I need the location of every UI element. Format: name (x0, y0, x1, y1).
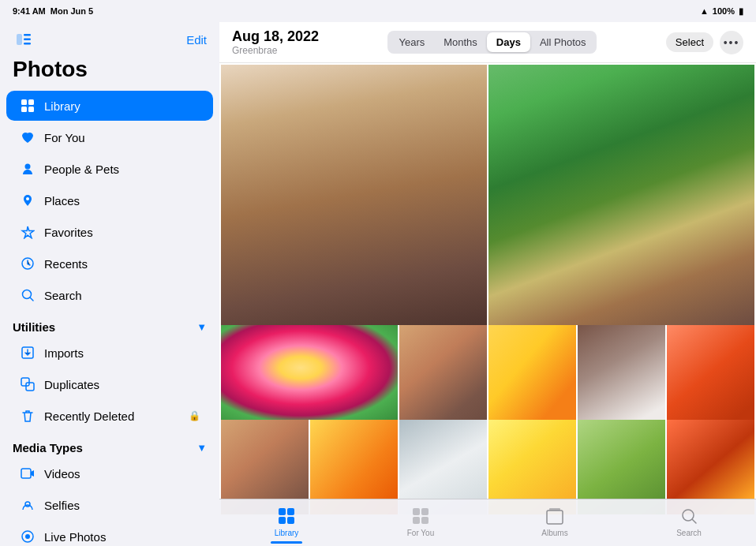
photo-kitchen-4[interactable] (667, 325, 754, 420)
tab-active-indicator (271, 541, 302, 544)
tab-albums-icon (545, 506, 565, 526)
edit-button[interactable]: Edit (186, 33, 207, 47)
toolbar-date: Aug 18, 2022 (232, 28, 319, 45)
search-label-sidebar: Search (44, 289, 82, 302)
photo-kitchen-3[interactable] (578, 325, 665, 420)
sidebar-item-recents[interactable]: Recents (6, 249, 213, 279)
photo-cell-2[interactable] (488, 65, 754, 325)
sidebar-toggle-icon (17, 34, 31, 45)
svg-point-9 (26, 197, 29, 200)
places-label: Places (44, 194, 80, 208)
svg-rect-25 (287, 517, 294, 524)
svg-rect-14 (21, 378, 29, 386)
more-dots-icon: ••• (724, 36, 740, 49)
media-types-label: Media Types (13, 441, 83, 454)
media-types-chevron-icon: ▼ (196, 442, 207, 454)
duplicates-label: Duplicates (44, 378, 99, 391)
videos-label: Videos (44, 467, 80, 481)
places-icon (19, 192, 36, 209)
toolbar: Aug 18, 2022 Greenbrae Years Months Days… (219, 22, 756, 63)
people-pets-label: People & Pets (44, 163, 119, 176)
duplicates-icon (19, 376, 36, 393)
svg-rect-3 (24, 43, 31, 45)
library-label: Library (44, 99, 80, 113)
lock-icon: 🔒 (189, 410, 200, 421)
svg-rect-4 (21, 99, 27, 105)
svg-point-8 (25, 164, 31, 170)
tab-for-you-icon (410, 506, 431, 526)
sidebar-title: Photos (0, 54, 219, 90)
tab-for-you-label: For You (407, 529, 434, 537)
tab-bar: Library For You Albums (219, 499, 756, 546)
content-area: Aug 18, 2022 Greenbrae Years Months Days… (219, 22, 756, 546)
svg-rect-16 (21, 469, 31, 478)
sidebar: Edit Photos Library For You (0, 22, 219, 546)
toolbar-left: Aug 18, 2022 Greenbrae (232, 28, 319, 56)
sidebar-item-recently-deleted[interactable]: Recently Deleted 🔒 (6, 401, 213, 431)
people-pets-icon (19, 160, 36, 178)
live-photos-label: Live Photos (44, 530, 106, 544)
tab-search-label: Search (676, 529, 702, 537)
sidebar-header: Edit (0, 22, 219, 54)
months-view-button[interactable]: Months (434, 32, 487, 52)
recents-label: Recents (44, 257, 88, 271)
photo-row-small (221, 325, 754, 420)
sidebar-item-videos[interactable]: Videos (6, 458, 213, 488)
photo-grid (219, 63, 756, 546)
sidebar-item-selfies[interactable]: Selfies (6, 490, 213, 520)
selfies-icon (19, 496, 36, 514)
svg-line-33 (692, 519, 696, 523)
sidebar-item-for-you[interactable]: For You (6, 122, 213, 152)
status-date: Mon Jun 5 (51, 6, 93, 16)
svg-rect-29 (421, 517, 429, 524)
selfies-label: Selfies (44, 499, 80, 512)
svg-rect-5 (28, 99, 34, 105)
battery-icon: ▮ (739, 6, 743, 17)
tab-library-icon (276, 506, 297, 526)
photo-cell-1[interactable] (221, 65, 487, 325)
imports-label: Imports (44, 346, 84, 360)
search-icon-sidebar (19, 286, 36, 304)
library-icon (19, 97, 36, 114)
sidebar-item-library[interactable]: Library (6, 91, 213, 121)
trash-icon (19, 407, 36, 424)
sidebar-item-duplicates[interactable]: Duplicates (6, 369, 213, 399)
svg-line-12 (30, 297, 33, 301)
tab-library[interactable]: Library (219, 506, 354, 544)
sidebar-collapse-button[interactable] (13, 28, 35, 50)
sidebar-item-search[interactable]: Search (6, 280, 213, 310)
sidebar-item-imports[interactable]: Imports (6, 338, 213, 368)
status-left: 9:41 AM Mon Jun 5 (13, 6, 93, 16)
tab-search-icon (679, 506, 699, 526)
recents-icon (19, 255, 36, 272)
tab-albums[interactable]: Albums (488, 506, 622, 537)
sidebar-item-places[interactable]: Places (6, 185, 213, 215)
svg-rect-26 (413, 508, 420, 515)
photo-kitchen-2[interactable] (488, 325, 576, 420)
tab-albums-label: Albums (541, 529, 567, 537)
photo-kitchen-1[interactable] (399, 325, 487, 420)
select-button[interactable]: Select (666, 32, 713, 52)
toolbar-location: Greenbrae (232, 45, 319, 56)
svg-rect-1 (24, 34, 31, 36)
recently-deleted-label: Recently Deleted (44, 410, 134, 423)
for-you-icon (19, 129, 36, 146)
days-view-button[interactable]: Days (487, 32, 530, 52)
more-button[interactable]: ••• (720, 31, 743, 54)
view-selector: Years Months Days All Photos (387, 31, 597, 54)
toolbar-right: Select ••• (666, 31, 743, 54)
all-photos-view-button[interactable]: All Photos (530, 32, 596, 52)
sidebar-item-people-pets[interactable]: People & Pets (6, 154, 213, 184)
utilities-section-header: Utilities ▼ (0, 311, 219, 337)
media-types-section-header: Media Types ▼ (0, 432, 219, 458)
photo-flower[interactable] (221, 325, 398, 420)
svg-rect-30 (547, 510, 563, 524)
sidebar-item-live-photos[interactable]: Live Photos (6, 522, 213, 546)
tab-for-you[interactable]: For You (354, 506, 488, 537)
svg-rect-22 (279, 508, 286, 515)
sidebar-item-favorites[interactable]: Favorites (6, 217, 213, 247)
status-time: 9:41 AM (13, 6, 46, 16)
tab-search[interactable]: Search (622, 506, 756, 537)
svg-rect-31 (549, 508, 560, 510)
years-view-button[interactable]: Years (389, 32, 434, 52)
